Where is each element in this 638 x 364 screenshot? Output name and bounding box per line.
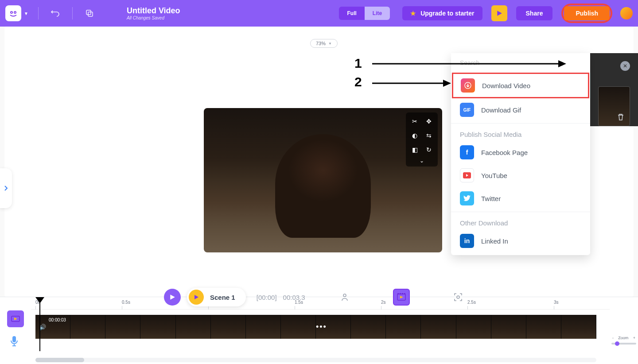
linkedin-icon: in <box>460 234 474 248</box>
timeline-video-track-button[interactable] <box>7 310 24 327</box>
delete-clip-icon[interactable] <box>617 113 626 123</box>
mode-full-button[interactable]: Full <box>339 7 364 20</box>
undo-button[interactable] <box>48 7 62 19</box>
dropdown-item-youtube[interactable]: YouTube <box>451 164 590 187</box>
svg-point-2 <box>11 12 12 13</box>
divider <box>451 212 590 212</box>
time-current: [00:00] <box>257 294 277 301</box>
video-toolbar: ✂ ✥ ◐ ⇆ ◧ ↻ ⌄ <box>406 112 438 167</box>
zoom-slider-thumb[interactable] <box>615 341 619 346</box>
zoom-value: 73% <box>316 41 326 46</box>
youtube-icon <box>460 168 474 182</box>
halftone-icon[interactable]: ◧ <box>408 143 421 156</box>
timeline: 0s 0.5s 1s 1.5s 2s 2.5s 3s 🔊 00:00:03 ••… <box>0 297 638 364</box>
divider <box>38 7 39 19</box>
divider <box>451 123 590 124</box>
timeline-tools <box>0 297 31 364</box>
ruler-tick: 3s <box>554 300 559 305</box>
dropdown-item-label: YouTube <box>481 172 507 179</box>
time-total: 00:03.3 <box>283 294 305 301</box>
zoom-out-button[interactable]: - <box>612 336 614 340</box>
dropdown-item-label: Twitter <box>481 195 501 202</box>
user-avatar[interactable] <box>620 7 633 19</box>
dropdown-item-download-gif[interactable]: GIF Download Gif <box>451 98 590 121</box>
play-scene-button[interactable] <box>189 290 204 305</box>
focus-icon[interactable] <box>451 290 465 304</box>
svg-rect-8 <box>397 293 399 294</box>
publish-dropdown: Search Download Video GIF Download Gif P… <box>451 53 590 255</box>
dropdown-item-linkedin[interactable]: in Linked In <box>451 229 590 252</box>
svg-rect-18 <box>12 336 16 342</box>
dropdown-item-label: Download Video <box>482 82 530 89</box>
expand-panel-handle[interactable] <box>0 168 12 208</box>
svg-point-3 <box>15 12 16 13</box>
upgrade-button[interactable]: ★ Upgrade to starter <box>402 6 482 20</box>
topbar: ▼ Untitled Video All Changes Saved Full … <box>0 0 638 27</box>
caret-down-icon: ▼ <box>328 42 332 46</box>
media-button[interactable] <box>393 289 410 306</box>
cut-icon[interactable]: ✂ <box>408 115 421 128</box>
publish-button[interactable]: Publish <box>564 6 610 20</box>
timeline-zoom: - Zoom + <box>611 336 636 345</box>
clip-timecode: 00:00:03 <box>49 318 66 322</box>
copy-button[interactable] <box>82 7 97 19</box>
dropdown-item-label: Download Gif <box>481 106 521 114</box>
playhead-line <box>39 302 40 351</box>
workspace: 73% ▼ ✂ ✥ ◐ ⇆ ◧ ↻ ⌄ Sce <box>0 27 638 297</box>
mode-toggle: Full Lite <box>339 7 390 20</box>
mode-lite-button[interactable]: Lite <box>365 7 390 20</box>
close-panel-button[interactable]: ✕ <box>620 61 630 71</box>
expand-tools-icon[interactable]: ⌄ <box>408 158 435 164</box>
zoom-in-button[interactable]: + <box>633 336 635 340</box>
play-all-button[interactable] <box>164 289 181 306</box>
save-status: All Changes Saved <box>127 15 180 20</box>
dropdown-item-download-video[interactable]: Download Video <box>452 73 589 98</box>
dropdown-item-twitter[interactable]: Twitter <box>451 187 590 210</box>
contrast-icon[interactable]: ◐ <box>408 129 421 142</box>
timeline-audio-button[interactable] <box>9 335 22 348</box>
svg-point-6 <box>343 294 346 297</box>
ruler-tick: 0.5s <box>122 300 130 305</box>
video-content <box>275 134 370 238</box>
clip-options-icon[interactable]: ••• <box>316 322 327 332</box>
svg-rect-10 <box>402 293 403 294</box>
annotation-publish-highlight: Publish <box>561 4 612 23</box>
dropdown-item-label: Facebook Page <box>481 149 528 156</box>
dropdown-section-social: Publish Social Media <box>451 125 590 141</box>
twitter-icon <box>460 191 474 205</box>
timeline-main[interactable]: 0s 0.5s 1s 1.5s 2s 2.5s 3s 🔊 00:00:03 ••… <box>31 297 610 364</box>
dropdown-section-other: Other Download <box>451 214 590 229</box>
scrollbar-thumb[interactable] <box>35 358 84 362</box>
swap-icon[interactable]: ⇆ <box>423 129 435 142</box>
zoom-dropdown[interactable]: 73% ▼ <box>310 39 338 48</box>
title-block: Untitled Video All Changes Saved <box>127 6 180 20</box>
dropdown-item-facebook[interactable]: f Facebook Page <box>451 141 590 164</box>
svg-point-12 <box>457 296 459 298</box>
annotation-number-2: 2 <box>354 74 362 89</box>
preview-button[interactable] <box>491 5 507 21</box>
app-logo[interactable] <box>5 5 21 21</box>
facebook-icon: f <box>460 145 474 159</box>
video-title[interactable]: Untitled Video <box>127 6 180 15</box>
rotate-icon[interactable]: ↻ <box>423 143 435 156</box>
move-icon[interactable]: ✥ <box>423 115 435 128</box>
playbar: Scene 1 [00:00] 00:03.3 <box>164 288 465 306</box>
video-preview[interactable]: ✂ ✥ ◐ ⇆ ◧ ↻ ⌄ <box>204 108 442 252</box>
annotation-arrow-2 <box>372 78 452 89</box>
scene-label: Scene 1 <box>210 294 235 301</box>
logo-chevron-down-icon[interactable]: ▼ <box>24 11 28 16</box>
download-gif-icon: GIF <box>460 103 474 117</box>
dropdown-item-label: Linked In <box>481 237 508 245</box>
share-button[interactable]: Share <box>516 6 553 20</box>
timeline-clip[interactable]: 🔊 00:00:03 ••• <box>35 315 596 339</box>
download-video-icon <box>461 78 475 93</box>
star-icon: ★ <box>410 10 416 17</box>
zoom-slider[interactable] <box>611 343 636 345</box>
person-icon[interactable] <box>338 290 351 304</box>
annotation-number-1: 1 <box>354 56 362 71</box>
divider <box>72 7 73 19</box>
zoom-label: Zoom <box>618 336 628 340</box>
timeline-scrollbar[interactable] <box>35 358 596 362</box>
ruler-tick: 2.5s <box>467 300 476 305</box>
scene-selector[interactable]: Scene 1 <box>187 288 246 306</box>
